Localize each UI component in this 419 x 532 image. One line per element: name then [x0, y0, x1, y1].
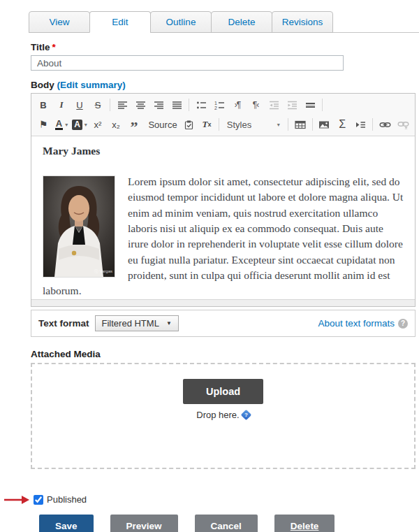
- indent-icon[interactable]: [284, 96, 300, 113]
- photo-watermark: Ⓥ Vargas: [94, 268, 112, 275]
- image-icon[interactable]: [316, 116, 332, 133]
- tab-delete[interactable]: Delete: [211, 11, 272, 33]
- text-format-row: Text format Filtered HTML ▼ About text f…: [31, 310, 416, 337]
- bulleted-list-icon[interactable]: [193, 96, 210, 113]
- toolbar-separator: [312, 118, 313, 131]
- save-button[interactable]: Save: [39, 515, 94, 532]
- math-formula-icon[interactable]: Σ: [334, 116, 351, 133]
- chevron-down-icon: ▾: [84, 122, 87, 128]
- horizontal-rule-icon[interactable]: [302, 96, 318, 113]
- toolbar-separator: [322, 99, 323, 111]
- select-arrow-icon: ▼: [166, 320, 172, 326]
- background-color-icon[interactable]: A▾: [71, 116, 88, 133]
- text-direction-rtl-icon[interactable]: ¶‹: [247, 96, 264, 113]
- body-label: Body (Edit summary): [31, 80, 416, 90]
- edit-summary-link[interactable]: (Edit summary): [57, 80, 126, 90]
- align-left-icon[interactable]: [114, 96, 131, 113]
- title-label: Title*: [31, 42, 416, 52]
- title-input[interactable]: [31, 55, 344, 71]
- published-checkbox[interactable]: [34, 495, 43, 505]
- drop-here-text: Drop here.: [196, 410, 239, 420]
- tab-view[interactable]: View: [29, 11, 90, 33]
- primary-tabs: View Edit Outline Delete Revisions: [29, 11, 419, 33]
- paste-icon[interactable]: [180, 116, 197, 133]
- subscript-icon[interactable]: x₂: [108, 116, 124, 133]
- published-label: Published: [47, 494, 87, 505]
- numbered-list-icon[interactable]: 12: [211, 96, 228, 113]
- text-direction-ltr-icon[interactable]: ›¶: [229, 96, 246, 113]
- toolbar-separator: [110, 99, 110, 111]
- editor-toolbar: B I U S 12 ›¶ ¶‹ ⚑: [31, 94, 415, 136]
- toolbar-separator: [288, 118, 288, 131]
- insert-block-icon[interactable]: [352, 116, 369, 133]
- cancel-button[interactable]: Cancel: [195, 515, 258, 532]
- tab-edit[interactable]: Edit: [89, 11, 151, 33]
- text-color-icon[interactable]: A▾: [53, 116, 70, 133]
- align-center-icon[interactable]: [132, 96, 149, 113]
- blockquote-icon[interactable]: ”: [126, 116, 142, 133]
- superscript-icon[interactable]: x²: [89, 116, 106, 133]
- upload-button[interactable]: Upload: [183, 379, 263, 404]
- unlink-icon[interactable]: [395, 116, 411, 133]
- bold-icon[interactable]: B: [35, 96, 52, 113]
- form-actions: Save Preview Cancel Delete: [39, 515, 416, 532]
- attached-media-label: Attached Media: [31, 349, 416, 359]
- align-right-icon[interactable]: [150, 96, 167, 113]
- svg-text:1: 1: [214, 100, 217, 105]
- editor-resize-bar[interactable]: [31, 299, 415, 306]
- chevron-down-icon: ▾: [277, 122, 280, 128]
- table-icon[interactable]: [292, 116, 309, 133]
- link-icon[interactable]: [376, 116, 393, 133]
- help-icon[interactable]: ?: [398, 319, 408, 329]
- strikethrough-icon[interactable]: S: [89, 96, 106, 113]
- portrait-photo: Ⓥ Vargas: [43, 175, 115, 278]
- tab-revisions[interactable]: Revisions: [272, 11, 333, 33]
- about-text-formats-link[interactable]: About text formats: [318, 318, 395, 329]
- align-justify-icon[interactable]: [168, 96, 185, 113]
- svg-text:2: 2: [214, 106, 217, 110]
- styles-dropdown[interactable]: Styles▾: [223, 116, 284, 133]
- editor-content[interactable]: Mary James: [31, 136, 415, 299]
- drop-help-icon[interactable]: ?: [240, 410, 251, 421]
- toolbar-separator: [219, 118, 219, 131]
- anchor-icon[interactable]: ⚑: [35, 116, 52, 133]
- text-format-label: Text format: [38, 318, 89, 329]
- tab-outline[interactable]: Outline: [150, 11, 212, 33]
- toolbar-separator: [372, 118, 373, 131]
- preview-button[interactable]: Preview: [110, 515, 178, 532]
- delete-button[interactable]: Delete: [274, 515, 335, 532]
- text-format-select[interactable]: Filtered HTML ▼: [95, 315, 179, 331]
- toolbar-separator: [189, 99, 189, 111]
- outdent-icon[interactable]: [265, 96, 282, 113]
- content-heading: Mary James: [43, 145, 404, 157]
- source-button[interactable]: Source: [144, 116, 179, 133]
- remove-format-icon[interactable]: Tx: [198, 116, 215, 133]
- italic-icon[interactable]: I: [53, 96, 70, 113]
- publish-row: Published: [31, 494, 416, 505]
- red-arrow-annotation: [4, 495, 30, 507]
- chevron-down-icon: ▾: [65, 122, 68, 128]
- body-editor: B I U S 12 ›¶ ¶‹ ⚑: [31, 93, 416, 307]
- media-dropzone[interactable]: Upload Drop here. ?: [31, 363, 416, 469]
- underline-icon[interactable]: U: [71, 96, 88, 113]
- required-marker: *: [52, 42, 56, 52]
